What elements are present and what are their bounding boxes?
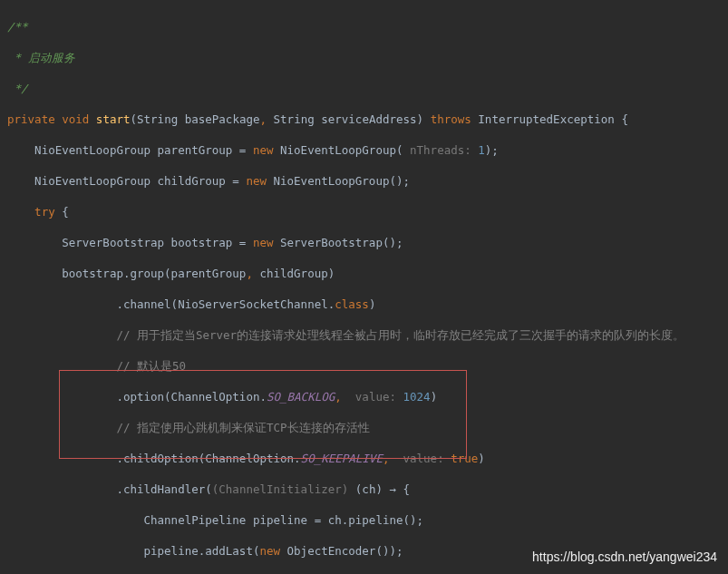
watermark: https://blog.csdn.net/yangwei234: [532, 550, 717, 565]
code-editor[interactable]: /** * 启动服务 */ private void start(String …: [0, 0, 728, 574]
kw-throws: throws: [431, 112, 471, 126]
doc-line: * 启动服务: [15, 51, 75, 64]
comment: // 指定使用心跳机制来保证TCP长连接的存活性: [7, 421, 370, 434]
comment: // 默认是50: [7, 359, 186, 373]
kw-void: void: [62, 112, 89, 126]
sig-args: (String basePackage: [131, 112, 260, 126]
doc-close: */: [15, 82, 28, 95]
kw-private: private: [7, 112, 55, 126]
method-name: start: [96, 112, 131, 126]
param-hint: nThreads:: [403, 143, 479, 157]
doc-open: /**: [7, 20, 28, 34]
comment: // 用于指定当Server的连接请求处理线程全被占用时，临时存放已经完成了三次…: [7, 328, 684, 342]
kw-try: try: [34, 205, 55, 219]
